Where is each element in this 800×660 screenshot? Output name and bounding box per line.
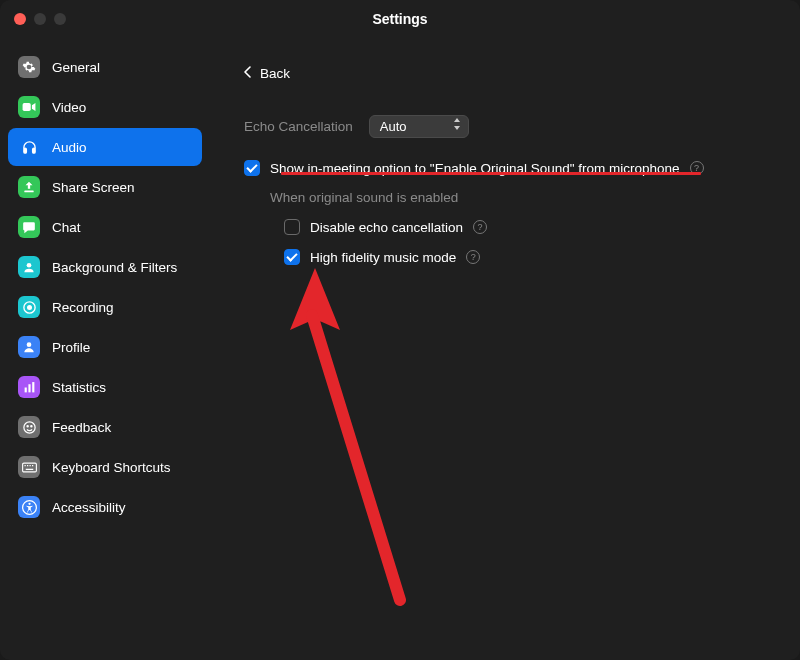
echo-cancellation-select[interactable]: Auto	[369, 115, 469, 138]
sidebar-item-label: General	[52, 60, 100, 75]
svg-rect-15	[24, 465, 25, 466]
svg-point-6	[27, 305, 32, 310]
sidebar-item-accessibility[interactable]: Accessibility	[8, 488, 202, 526]
headphones-icon	[18, 136, 40, 158]
echo-cancellation-value: Auto	[380, 119, 407, 134]
close-window-button[interactable]	[14, 13, 26, 25]
sidebar-item-feedback[interactable]: Feedback	[8, 408, 202, 446]
svg-point-7	[27, 342, 32, 347]
keyboard-icon	[18, 456, 40, 478]
statistics-icon	[18, 376, 40, 398]
background-icon	[18, 256, 40, 278]
sidebar-item-share-screen[interactable]: Share Screen	[8, 168, 202, 206]
svg-rect-17	[29, 465, 30, 466]
minimize-window-button[interactable]	[34, 13, 46, 25]
svg-point-4	[27, 263, 32, 268]
svg-point-13	[30, 425, 31, 426]
annotation-underline	[281, 172, 701, 175]
sidebar-item-statistics[interactable]: Statistics	[8, 368, 202, 406]
window-title: Settings	[372, 11, 427, 27]
settings-window: Settings GeneralVideoAudioShare ScreenCh…	[0, 0, 800, 660]
sidebar-item-recording[interactable]: Recording	[8, 288, 202, 326]
help-icon[interactable]: ?	[473, 220, 487, 234]
svg-rect-2	[32, 148, 35, 153]
sidebar-item-label: Background & Filters	[52, 260, 177, 275]
disable-echo-label: Disable echo cancellation	[310, 220, 463, 235]
accessibility-icon	[18, 496, 40, 518]
share-icon	[18, 176, 40, 198]
svg-rect-19	[25, 468, 33, 469]
sidebar-item-label: Profile	[52, 340, 90, 355]
svg-rect-9	[28, 384, 30, 392]
sidebar-item-label: Keyboard Shortcuts	[52, 460, 171, 475]
original-sound-subsection: When original sound is enabled Disable e…	[270, 190, 766, 265]
sidebar-item-general[interactable]: General	[8, 48, 202, 86]
sidebar: GeneralVideoAudioShare ScreenChatBackgro…	[0, 38, 210, 660]
feedback-icon	[18, 416, 40, 438]
hifi-label: High fidelity music mode	[310, 250, 456, 265]
traffic-lights	[14, 13, 66, 25]
back-button[interactable]: Back	[244, 66, 766, 81]
title-bar: Settings	[0, 0, 800, 38]
sidebar-item-label: Share Screen	[52, 180, 135, 195]
sidebar-item-video[interactable]: Video	[8, 88, 202, 126]
sidebar-item-label: Accessibility	[52, 500, 126, 515]
gear-icon	[18, 56, 40, 78]
sidebar-item-keyboard-shortcuts[interactable]: Keyboard Shortcuts	[8, 448, 202, 486]
sidebar-item-profile[interactable]: Profile	[8, 328, 202, 366]
window-body: GeneralVideoAudioShare ScreenChatBackgro…	[0, 38, 800, 660]
main-panel: Back Echo Cancellation Auto Show in-meet…	[210, 38, 800, 660]
disable-echo-checkbox[interactable]	[284, 219, 300, 235]
sidebar-item-label: Recording	[52, 300, 114, 315]
echo-cancellation-label: Echo Cancellation	[244, 119, 353, 134]
sub-header: When original sound is enabled	[270, 190, 766, 205]
back-label: Back	[260, 66, 290, 81]
chat-icon	[18, 216, 40, 238]
sidebar-item-label: Statistics	[52, 380, 106, 395]
svg-point-11	[23, 421, 34, 432]
recording-icon	[18, 296, 40, 318]
sidebar-item-background-filters[interactable]: Background & Filters	[8, 248, 202, 286]
maximize-window-button[interactable]	[54, 13, 66, 25]
hifi-option: High fidelity music mode ?	[284, 249, 766, 265]
svg-rect-8	[24, 387, 26, 392]
svg-rect-14	[22, 463, 36, 472]
hifi-checkbox[interactable]	[284, 249, 300, 265]
original-sound-checkbox[interactable]	[244, 160, 260, 176]
svg-point-12	[27, 425, 28, 426]
sidebar-item-label: Audio	[52, 140, 87, 155]
sidebar-item-label: Feedback	[52, 420, 111, 435]
svg-rect-3	[24, 191, 33, 193]
svg-point-21	[28, 502, 30, 504]
video-icon	[18, 96, 40, 118]
svg-rect-18	[32, 465, 33, 466]
chevron-left-icon	[244, 66, 252, 81]
disable-echo-option: Disable echo cancellation ?	[284, 219, 766, 235]
profile-icon	[18, 336, 40, 358]
svg-rect-10	[32, 382, 34, 392]
sidebar-item-label: Video	[52, 100, 86, 115]
echo-cancellation-row: Echo Cancellation Auto	[244, 115, 766, 138]
svg-rect-0	[23, 103, 31, 111]
sidebar-item-label: Chat	[52, 220, 81, 235]
sidebar-item-audio[interactable]: Audio	[8, 128, 202, 166]
sidebar-item-chat[interactable]: Chat	[8, 208, 202, 246]
svg-rect-1	[23, 148, 26, 153]
svg-rect-16	[27, 465, 28, 466]
help-icon[interactable]: ?	[466, 250, 480, 264]
